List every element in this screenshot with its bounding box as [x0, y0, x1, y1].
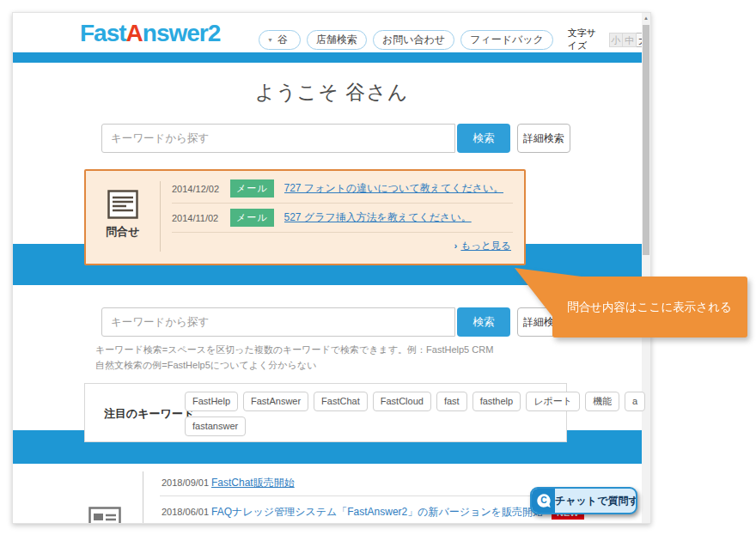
- news-divider: [143, 471, 143, 524]
- contact-button[interactable]: お問い合わせ: [373, 30, 454, 50]
- text-size-medium-button[interactable]: 中: [623, 33, 637, 47]
- inquiry-list-icon: [107, 190, 138, 219]
- chat-button-label: チャットで質問する: [555, 489, 637, 513]
- text-size-label: 文字サイズ: [568, 27, 598, 52]
- logo-text-a: A: [126, 20, 143, 46]
- chevron-right-icon: ›: [454, 240, 458, 251]
- welcome-heading: ようこそ 谷さん: [13, 79, 650, 106]
- scrollbar-up-icon[interactable]: ▲: [642, 14, 650, 23]
- keyword-chip[interactable]: FastChat: [314, 392, 368, 411]
- mail-channel-badge: メール: [230, 179, 274, 198]
- keyword-chip[interactable]: FastHelp: [185, 392, 238, 411]
- natural-search-hint: 自然文検索の例=FastHelp5についてよく分からない: [95, 359, 316, 372]
- keyword-chip[interactable]: fast: [436, 392, 467, 411]
- chat-bubble-icon: C: [532, 489, 555, 513]
- user-name-label: 谷: [277, 33, 288, 47]
- top-advanced-search-button[interactable]: 詳細検索: [517, 124, 570, 153]
- keyword-chip-row: fastanswer: [185, 416, 561, 436]
- top-search-bar: 検索 詳細検索: [101, 124, 570, 153]
- inquiry-row: 2014/11/02 メール 527 グラフ挿入方法を教えてください。: [172, 204, 513, 233]
- inquiry-section-label: 問合せ: [86, 224, 160, 240]
- top-search-button[interactable]: 検索: [457, 124, 510, 153]
- inquiry-more-row: ›もっと見る: [172, 240, 513, 252]
- keyword-search-hint: キーワード検索=スペースを区切った複数のキーワードで検索できます。例：FastH…: [95, 343, 493, 356]
- logo-text-fast: Fast: [80, 20, 126, 46]
- text-size-small-button[interactable]: 小: [609, 33, 623, 47]
- keyword-chip[interactable]: fasthelp: [472, 392, 521, 411]
- inquiry-divider: [160, 181, 161, 252]
- inquiry-date: 2014/11/02: [172, 213, 230, 223]
- keyword-chip[interactable]: fastanswer: [185, 416, 246, 436]
- news-date: 2018/06/01: [162, 507, 209, 517]
- scrollbar-thumb[interactable]: [643, 25, 649, 255]
- site-header: FastAnswer2 ▼ 谷 店舗検索 お問い合わせ フィードバック 文字サイ…: [13, 13, 650, 52]
- header-accent-bar: [13, 52, 650, 63]
- inquiry-link[interactable]: 527 グラフ挿入方法を教えてください。: [284, 210, 472, 225]
- inquiry-more-link[interactable]: もっと見る: [460, 240, 511, 251]
- featured-keywords-label: 注目のキーワード: [104, 406, 194, 422]
- news-date: 2018/09/01: [162, 477, 209, 488]
- mail-channel-badge: メール: [230, 209, 274, 227]
- news-link[interactable]: FastChat販売開始: [211, 476, 295, 490]
- feedback-button[interactable]: フィードバック: [460, 30, 553, 50]
- main-search-input[interactable]: [101, 307, 455, 337]
- news-link[interactable]: FAQナレッジ管理システム「FastAnswer2」の新バージョンを販売開始: [211, 505, 543, 520]
- keyword-chip[interactable]: レポート: [526, 392, 580, 411]
- keyword-chip[interactable]: FastCloud: [373, 392, 431, 411]
- store-search-button[interactable]: 店舗検索: [307, 30, 367, 50]
- news-row: FAQナレッジ管理システム「FastAnswer2」の新バージョンを販売開始 N…: [211, 505, 584, 520]
- svg-text:C: C: [540, 495, 547, 505]
- callout-text: 問合せ内容はここに表示される: [567, 301, 732, 313]
- inquiry-row: 2014/12/02 メール 727 フォントの違いについて教えてください。: [172, 174, 513, 204]
- user-menu-button[interactable]: ▼ 谷: [259, 30, 301, 50]
- header-nav: ▼ 谷 店舗検索 お問い合わせ フィードバック 文字サイズ 小 中 大: [259, 27, 650, 52]
- inquiry-panel: 問合せ 2014/12/02 メール 727 フォントの違いについて教えてくださ…: [84, 169, 526, 265]
- inquiry-link[interactable]: 727 フォントの違いについて教えてください。: [284, 181, 504, 196]
- inquiry-side: 問合せ: [86, 171, 160, 240]
- keyword-chip-list: FastHelp FastAnswer FastChat FastCloud f…: [185, 392, 561, 441]
- inquiry-list: 2014/12/02 メール 727 フォントの違いについて教えてください。 2…: [172, 174, 513, 252]
- logo-text-rest: nswer2: [143, 20, 221, 46]
- screenshot-canvas: FastAnswer2 ▼ 谷 店舗検索 お問い合わせ フィードバック 文字サイ…: [0, 0, 756, 535]
- featured-keywords-panel: 注目のキーワード FastHelp FastAnswer FastChat Fa…: [84, 383, 567, 442]
- keyword-chip-row: FastHelp FastAnswer FastChat FastCloud f…: [185, 392, 561, 411]
- keyword-chip[interactable]: FastAnswer: [243, 392, 308, 411]
- keyword-chip[interactable]: a: [625, 392, 645, 411]
- chat-question-button[interactable]: C チャットで質問する: [530, 487, 637, 514]
- fastanswer-logo[interactable]: FastAnswer2: [80, 20, 220, 47]
- annotation-callout: 問合せ内容はここに表示される: [497, 258, 756, 347]
- keyword-chip[interactable]: 機能: [585, 392, 619, 411]
- caret-down-icon: ▼: [267, 37, 273, 43]
- news-icon: [88, 507, 121, 524]
- top-search-input[interactable]: [101, 124, 455, 153]
- inquiry-date: 2014/12/02: [172, 184, 230, 194]
